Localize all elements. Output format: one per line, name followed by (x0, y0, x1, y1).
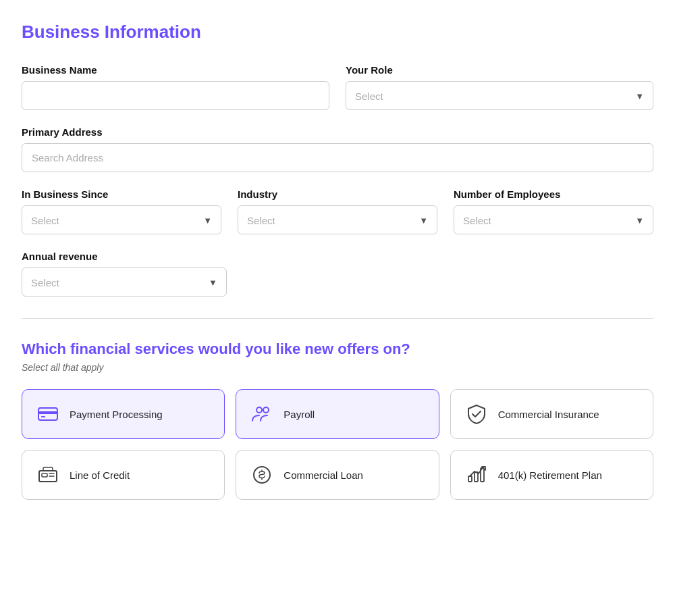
svg-rect-6 (42, 473, 47, 477)
industry-field: Industry Technology Retail Healthcare Fi… (238, 188, 437, 234)
service-label-retirement-plan: 401(k) Retirement Plan (498, 469, 602, 481)
service-card-line-of-credit[interactable]: Line of Credit (22, 450, 225, 500)
num-employees-select-wrapper: 1-5 6-20 21-50 51-200 200+ ▼ Select (454, 205, 653, 234)
people-icon (250, 402, 274, 426)
industry-label: Industry (238, 188, 437, 200)
service-label-payroll: Payroll (284, 409, 315, 420)
business-name-input[interactable] (22, 81, 329, 110)
service-card-payroll[interactable]: Payroll (236, 389, 439, 439)
business-name-label: Business Name (22, 64, 329, 76)
your-role-select-wrapper: Owner Manager Executive Other ▼ Select (346, 81, 653, 110)
annual-revenue-select[interactable]: $0 - $100K $100K - $500K $500K - $1M $1M… (22, 267, 227, 297)
svg-rect-10 (468, 476, 472, 482)
service-card-retirement-plan[interactable]: 401(k) Retirement Plan (450, 450, 653, 500)
page-title: Business Information (22, 22, 653, 43)
dollar-badge-icon (250, 463, 274, 487)
in-business-since-select-wrapper: 2024 2023 2020 2015 2010 2005 2000 ▼ Sel… (22, 205, 221, 234)
in-business-since-field: In Business Since 2024 2023 2020 2015 20… (22, 188, 221, 234)
business-name-field: Business Name (22, 64, 329, 110)
num-employees-field: Number of Employees 1-5 6-20 21-50 51-20… (454, 188, 653, 234)
primary-address-field: Primary Address (22, 126, 653, 172)
services-section-subtitle: Select all that apply (22, 362, 653, 373)
shield-check-icon (464, 402, 489, 426)
svg-rect-2 (41, 416, 45, 417)
num-employees-label: Number of Employees (454, 188, 653, 200)
service-label-payment-processing: Payment Processing (70, 409, 163, 420)
annual-revenue-field: Annual revenue $0 - $100K $100K - $500K … (22, 251, 227, 297)
services-section-title: Which financial services would you like … (22, 340, 653, 358)
svg-point-3 (256, 407, 262, 413)
industry-select[interactable]: Technology Retail Healthcare Finance Oth… (238, 205, 437, 234)
annual-revenue-select-wrapper: $0 - $100K $100K - $500K $500K - $1M $1M… (22, 267, 227, 297)
service-card-payment-processing[interactable]: Payment Processing (22, 389, 225, 439)
num-employees-select[interactable]: 1-5 6-20 21-50 51-200 200+ (454, 205, 653, 234)
service-label-commercial-loan: Commercial Loan (284, 469, 363, 481)
svg-point-4 (263, 407, 269, 413)
your-role-field: Your Role Owner Manager Executive Other … (346, 64, 653, 110)
service-card-commercial-loan[interactable]: Commercial Loan (236, 450, 439, 500)
in-business-since-select[interactable]: 2024 2023 2020 2015 2010 2005 2000 (22, 205, 221, 234)
svg-rect-1 (38, 411, 57, 414)
annual-revenue-label: Annual revenue (22, 251, 227, 262)
credit-card-icon (36, 402, 60, 426)
primary-address-input[interactable] (22, 143, 653, 172)
your-role-select[interactable]: Owner Manager Executive Other (346, 81, 653, 110)
your-role-label: Your Role (346, 64, 653, 76)
cash-register-icon (36, 463, 60, 487)
primary-address-label: Primary Address (22, 126, 653, 138)
services-grid: Payment Processing Payroll Commercial In… (22, 389, 653, 500)
in-business-since-label: In Business Since (22, 188, 221, 200)
service-label-commercial-insurance: Commercial Insurance (498, 409, 599, 420)
industry-select-wrapper: Technology Retail Healthcare Finance Oth… (238, 205, 437, 234)
service-card-commercial-insurance[interactable]: Commercial Insurance (450, 389, 653, 439)
bar-chart-icon (464, 463, 489, 487)
service-label-line-of-credit: Line of Credit (70, 469, 130, 481)
section-divider (22, 318, 653, 319)
